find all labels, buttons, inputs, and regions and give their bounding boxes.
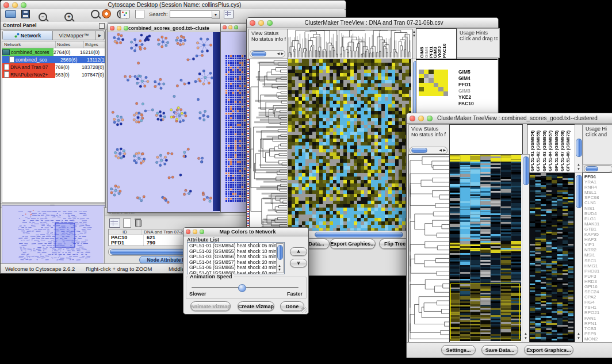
dialog-minimize-button[interactable] [193, 229, 197, 234]
tv1-column-dendrogram[interactable] [288, 29, 411, 58]
tv2-status-hscroll-thumb[interactable] [411, 148, 427, 153]
help-ring-icon[interactable] [102, 9, 111, 18]
tv2-save-data-button[interactable]: Save Data... [481, 345, 518, 355]
network-frame-titlebar[interactable]: combined_scores_good.txt--cluste... [108, 24, 221, 33]
birdseye-view-canvas[interactable] [2, 206, 104, 266]
treeview2-titlebar[interactable]: ClusterMaker TreeView : combined_scores_… [407, 113, 612, 124]
scroll-down-arrow[interactable]: ▼ [524, 336, 527, 340]
create-vizmap-button[interactable]: Create Vizmap [238, 301, 274, 311]
grid-frame-zoom-button[interactable] [234, 25, 238, 29]
delete-attribute-icon[interactable] [135, 218, 141, 227]
tab-vizmapper[interactable]: VizMapper™ [53, 31, 95, 40]
tv1-status-hscroll[interactable]: ◀▶ [250, 50, 285, 58]
close-button[interactable] [3, 2, 9, 8]
tv2-column-label[interactable]: GPL51-07 (GSM868) [560, 126, 565, 171]
tv2-row-label[interactable]: GTB1 [584, 227, 599, 232]
tv2-row-label[interactable]: ELG1 [584, 216, 599, 221]
tv1-row-label[interactable]: PAC10 [458, 101, 474, 107]
col-id[interactable]: ID [109, 229, 141, 235]
tv2-row-label[interactable]: PHO81 [584, 269, 599, 274]
tv2-row-label[interactable]: MSI1 [584, 252, 599, 258]
tv2-heatmap-vscroll[interactable]: ▲▼ [522, 154, 530, 343]
scroll-right-arrow[interactable]: ▶ [281, 52, 284, 55]
network-list-row[interactable]: RNAPuberNov2+563(0)107847(0) [2, 71, 105, 78]
tv2-collabel-vscroll-thumb[interactable] [576, 139, 582, 157]
tv2-row-label[interactable]: SEC1 [584, 258, 599, 263]
tv2-row-label[interactable]: CPA2 [584, 294, 599, 300]
done-button[interactable]: Done [280, 301, 304, 311]
tv2-rowlabel-vscroll[interactable]: ▲▼ [575, 173, 583, 343]
tv1-row-label[interactable]: GIM5 [458, 69, 474, 75]
tv2-row-label[interactable]: CLN1 [584, 200, 599, 205]
open-folder-icon[interactable] [5, 10, 16, 18]
tv2-row-label[interactable]: HRD3 [584, 279, 599, 284]
tv1-close-button[interactable] [250, 20, 255, 26]
main-titlebar[interactable]: Cytoscape Desktop (Session Name: collins… [1, 1, 346, 10]
tv2-close-button[interactable] [410, 116, 415, 121]
tv2-column-label[interactable]: GPL51-02 (GSM855) [536, 126, 541, 171]
zoom-out-icon[interactable]: − [39, 13, 47, 21]
tv2-row-label[interactable]: TCB3 [584, 326, 599, 331]
tv2-column-label[interactable]: GPL51-03 (GSM856) [542, 126, 547, 171]
search-input[interactable] [170, 10, 213, 18]
tv2-row-label[interactable]: YRA1 [584, 179, 599, 185]
tv2-collabel-vscroll[interactable]: ▲▼ [575, 124, 583, 173]
tv2-heatmap-vscroll-thumb[interactable] [523, 156, 529, 185]
table-icon[interactable] [224, 10, 234, 18]
tv2-row-label[interactable]: PAN1 [584, 316, 599, 321]
tv2-row-label[interactable]: GPI16 [584, 284, 599, 289]
grid-frame-close-button[interactable] [223, 25, 227, 29]
move-down-button[interactable]: ∨ [290, 259, 307, 267]
network-canvas[interactable] [108, 32, 213, 211]
tv1-row-label[interactable]: YKE2 [458, 94, 474, 101]
tv1-minimize-button[interactable] [258, 20, 264, 26]
tv2-column-label[interactable]: GPL51-06 (GSM865) [554, 126, 559, 171]
scroll-up-arrow[interactable]: ▲ [524, 332, 527, 335]
tv2-row-dendrogram[interactable] [409, 155, 449, 341]
scroll-down-arrow[interactable]: ▼ [577, 167, 580, 171]
tv2-hints-hscroll[interactable] [584, 165, 612, 173]
grid-frame-titlebar[interactable] [221, 24, 247, 32]
tv2-row-label[interactable]: NIS1 [584, 206, 599, 211]
tv2-row-label[interactable]: RPO21 [584, 310, 599, 315]
network-list-row[interactable]: combined_scores2764(0)16218(0) [2, 48, 105, 56]
tv2-row-label[interactable]: KAP95 [584, 232, 599, 237]
tv1-row-label[interactable]: GIM4 [458, 75, 474, 82]
tab-network[interactable]: Network [3, 31, 53, 40]
tv2-hints-hscroll-thumb[interactable] [586, 166, 598, 171]
tv2-row-label[interactable]: SEC24 [584, 289, 599, 294]
tv1-heatmap-canvas[interactable] [288, 59, 411, 231]
scroll-down-arrow[interactable]: ▼ [577, 336, 580, 340]
scroll-right-arrow[interactable]: ▶ [443, 148, 446, 152]
tv2-column-label[interactable]: GPL51-04 (GSM857) [548, 126, 553, 171]
col-network[interactable]: Network [2, 41, 56, 48]
animate-vizmap-button[interactable]: Animate Vizmap [190, 301, 231, 311]
zoom-button[interactable] [21, 2, 26, 8]
col-edges[interactable]: Edges [84, 41, 105, 48]
dialog-titlebar[interactable]: Map Colors to Network [183, 228, 308, 236]
tv2-row-label[interactable]: HAP3 [584, 237, 599, 242]
scroll-left-arrow[interactable]: ◀ [277, 52, 280, 55]
tv2-row-label[interactable]: SPC98 [584, 195, 599, 200]
tab-overflow-arrow[interactable]: ▶ [95, 31, 104, 40]
tv2-status-hscroll[interactable]: ◀▶ [410, 147, 447, 154]
tv2-minimize-button[interactable] [418, 116, 424, 121]
tv1-zoom-button[interactable] [267, 20, 273, 26]
scroll-up-arrow[interactable]: ▲ [278, 264, 281, 267]
tv2-column-label[interactable]: GPL51-08 (GSM872) [565, 126, 571, 171]
resize-grip[interactable] [301, 307, 307, 313]
col-nodes[interactable]: Nodes [56, 41, 84, 48]
vizmapper-icon[interactable] [120, 10, 130, 18]
tv1-column-label[interactable]: PAC10 [442, 30, 447, 58]
tv2-settings-button[interactable]: Settings... [441, 345, 476, 355]
tv2-row-label[interactable]: MAK31 [584, 221, 599, 227]
tv2-zoom-heatmap-canvas[interactable] [530, 173, 573, 341]
scroll-up-arrow[interactable]: ▲ [577, 332, 580, 335]
select-attributes-icon[interactable] [109, 219, 120, 228]
tv1-export-graphics-button[interactable]: Export Graphics... [330, 239, 376, 249]
move-up-button[interactable]: ∧ [290, 247, 307, 256]
tv2-rowlabel-vscroll-thumb[interactable] [576, 175, 582, 208]
tv2-row-label[interactable]: RNR4 [584, 185, 599, 190]
frame-zoom-button[interactable] [124, 26, 128, 30]
tv2-row-label[interactable]: MSL1 [584, 190, 599, 195]
